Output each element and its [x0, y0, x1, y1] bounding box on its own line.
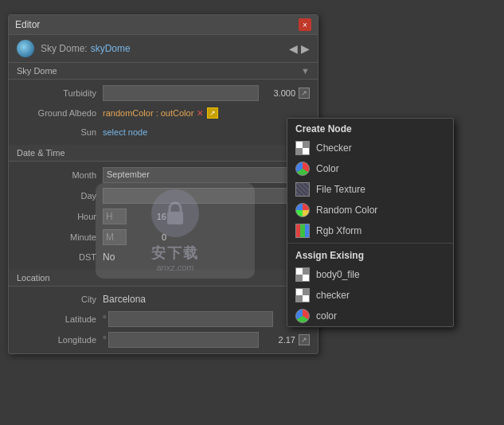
random-color-icon	[295, 203, 310, 217]
section-location-label: Location	[17, 273, 50, 283]
minute-placeholder: M	[106, 232, 114, 243]
sky-dome-name[interactable]: skyDome	[91, 43, 131, 54]
checker-icon	[295, 141, 310, 155]
title-bar: Editor ×	[9, 15, 318, 35]
ground-albedo-delete-icon[interactable]: ×	[197, 107, 203, 119]
longitude-external-icon[interactable]: ↗	[299, 334, 310, 345]
turbidity-external-icon[interactable]: ↗	[299, 88, 310, 99]
dst-value-area: No	[103, 251, 310, 263]
create-node-rgb-xform[interactable]: Rgb Xform	[287, 220, 453, 241]
month-select[interactable]: September	[103, 167, 310, 183]
section-date-time-label: Date & Time	[17, 148, 65, 158]
minute-row: Minute M 0	[9, 227, 318, 248]
nav-arrows: ◀ ▶	[289, 43, 310, 54]
ground-albedo-label: Ground Albedo	[17, 108, 96, 118]
hour-row: Hour H 16	[9, 206, 318, 227]
sky-dome-header: Sky Dome: skyDome ◀ ▶	[9, 35, 318, 63]
ground-albedo-value-area: randomColor : outColor × ↗	[103, 107, 310, 119]
assign-checker[interactable]: checker	[287, 285, 453, 306]
create-node-file-texture[interactable]: File Texture	[287, 179, 453, 200]
longitude-value: 2.17	[264, 335, 295, 345]
day-row: Day	[9, 185, 318, 206]
longitude-value-area: ° 2.17 ↗	[103, 332, 310, 348]
section-sky-dome-label: Sky Dome	[17, 66, 57, 76]
month-value: September	[107, 170, 150, 179]
nav-prev-arrow[interactable]: ◀	[289, 43, 298, 54]
hour-input-area: H 16	[103, 209, 310, 224]
location-content: City Barcelona Latitude ° 41.39 Longitud…	[9, 287, 318, 353]
hour-input[interactable]: H	[103, 209, 127, 224]
latitude-label: Latitude	[17, 314, 96, 324]
hour-placeholder: H	[106, 211, 113, 222]
create-random-color-label: Random Color	[316, 205, 377, 216]
month-value-area: September	[103, 167, 310, 183]
month-label: Month	[17, 170, 96, 180]
turbidity-row: Turbidity 3.000 ↗	[9, 83, 318, 103]
assign-color-label: color	[316, 310, 337, 322]
assign-color-icon	[295, 309, 310, 323]
day-input[interactable]	[103, 188, 310, 204]
create-node-label: Create Node	[287, 119, 453, 138]
sun-value-area: select node	[103, 127, 310, 137]
assign-checker-label: checker	[316, 290, 350, 301]
nav-next-arrow[interactable]: ▶	[301, 43, 310, 54]
longitude-symbol: °	[103, 334, 107, 345]
day-label: Day	[17, 191, 96, 201]
sky-dome-icon	[17, 40, 34, 57]
window-title: Editor	[15, 19, 40, 30]
turbidity-label: Turbidity	[17, 88, 96, 98]
color-icon	[295, 162, 310, 176]
minute-label: Minute	[17, 232, 96, 242]
city-row: City Barcelona	[9, 290, 318, 309]
body0-file-icon	[295, 267, 310, 282]
context-menu: Create Node Checker Color File Texture R…	[287, 118, 454, 327]
create-rgb-xform-label: Rgb Xform	[316, 225, 361, 236]
assign-existing-label: Assign Exising	[287, 245, 453, 264]
create-node-checker[interactable]: Checker	[287, 138, 453, 158]
ground-albedo-row: Ground Albedo randomColor : outColor × ↗	[9, 103, 318, 123]
minute-value-area: M 0	[103, 229, 310, 245]
section-sky-dome[interactable]: Sky Dome ▼	[9, 63, 318, 80]
assign-checker-icon	[295, 288, 310, 302]
ground-albedo-link[interactable]: randomColor : outColor	[103, 108, 193, 118]
sky-dome-label: Sky Dome:	[41, 43, 88, 54]
longitude-input[interactable]	[108, 332, 259, 348]
assign-body0-file[interactable]: body0_file	[287, 264, 453, 285]
month-row: Month September	[9, 165, 318, 185]
city-value: Barcelona	[103, 294, 146, 305]
create-checker-label: Checker	[316, 142, 352, 154]
dst-label: DST	[17, 252, 96, 262]
create-node-random-color[interactable]: Random Color	[287, 200, 453, 220]
hour-label: Hour	[17, 212, 96, 221]
latitude-value-area: ° 41.39	[103, 311, 310, 327]
dst-row: DST No	[9, 248, 318, 267]
assign-body0-file-label: body0_file	[316, 269, 360, 280]
sun-select-node-link[interactable]: select node	[103, 127, 147, 137]
section-sky-dome-arrow: ▼	[301, 66, 310, 76]
minute-input[interactable]: M	[103, 229, 127, 245]
close-button[interactable]: ×	[299, 18, 311, 31]
section-location[interactable]: Location	[9, 270, 318, 287]
latitude-symbol: °	[103, 314, 107, 325]
sun-row: Sun select node	[9, 123, 318, 142]
turbidity-input[interactable]	[103, 85, 259, 101]
longitude-label: Longitude	[17, 335, 96, 345]
file-texture-icon	[295, 182, 310, 197]
minute-value: 0	[135, 232, 166, 242]
city-label: City	[17, 294, 96, 304]
day-value-area	[103, 188, 310, 204]
latitude-input[interactable]	[108, 311, 273, 327]
turbidity-value: 3.000	[264, 88, 295, 98]
assign-color[interactable]: color	[287, 306, 453, 326]
ground-albedo-external-icon[interactable]: ↗	[207, 107, 218, 119]
date-time-content: Month September Day Hour H 16	[9, 162, 318, 270]
create-color-label: Color	[316, 163, 339, 174]
rgb-xform-icon	[295, 224, 310, 238]
editor-window: Editor × Sky Dome: skyDome ◀ ▶ Sky Dome …	[8, 14, 318, 354]
longitude-row: Longitude ° 2.17 ↗	[9, 329, 318, 350]
create-node-color[interactable]: Color	[287, 158, 453, 179]
sky-dome-content: Turbidity 3.000 ↗ Ground Albedo randomCo…	[9, 80, 318, 145]
dst-value: No	[103, 251, 115, 263]
city-value-area: Barcelona	[103, 294, 310, 305]
section-date-time[interactable]: Date & Time	[9, 145, 318, 162]
